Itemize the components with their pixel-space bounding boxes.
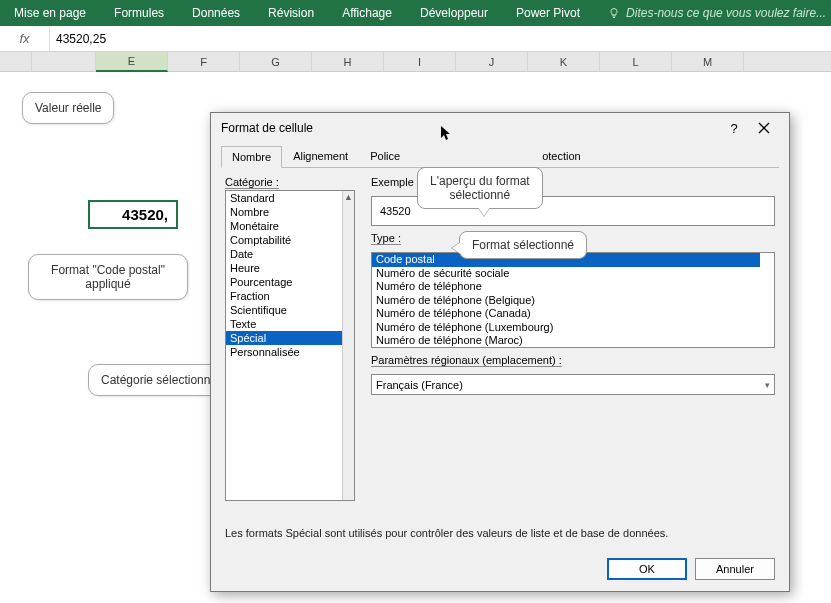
- category-special[interactable]: Spécial: [226, 331, 342, 345]
- locale-value: Français (France): [376, 379, 463, 391]
- category-standard[interactable]: Standard: [226, 191, 342, 205]
- close-button[interactable]: [749, 116, 779, 140]
- ribbon-tab-mise-en-page[interactable]: Mise en page: [14, 6, 86, 20]
- category-personnalisee[interactable]: Personnalisée: [226, 345, 342, 359]
- type-scrollbar[interactable]: ▲: [372, 348, 760, 349]
- type-tel-be[interactable]: Numéro de téléphone (Belgique): [372, 294, 760, 308]
- ribbon-tabs: Mise en page Formules Données Révision A…: [0, 0, 831, 26]
- category-texte[interactable]: Texte: [226, 317, 342, 331]
- category-heure[interactable]: Heure: [226, 261, 342, 275]
- category-scientifique[interactable]: Scientifique: [226, 303, 342, 317]
- callout-real-value: Valeur réelle: [22, 92, 114, 124]
- type-tel-ca[interactable]: Numéro de téléphone (Canada): [372, 307, 760, 321]
- format-description: Les formats Spécial sont utilisés pour c…: [225, 527, 775, 539]
- col-header-k[interactable]: K: [528, 52, 600, 71]
- type-tel[interactable]: Numéro de téléphone: [372, 280, 760, 294]
- callout-preview: L'aperçu du format sélectionné: [417, 167, 543, 209]
- close-icon: [758, 122, 770, 134]
- category-comptabilite[interactable]: Comptabilité: [226, 233, 342, 247]
- locale-combo[interactable]: Français (France) ▾: [371, 374, 775, 395]
- ribbon-tab-formules[interactable]: Formules: [114, 6, 164, 20]
- ribbon-tab-powerpivot[interactable]: Power Pivot: [516, 6, 580, 20]
- help-button[interactable]: ?: [719, 116, 749, 140]
- col-header-i[interactable]: I: [384, 52, 456, 71]
- ok-button[interactable]: OK: [607, 558, 687, 580]
- dialog-title-bar[interactable]: Format de cellule ?: [211, 113, 789, 143]
- dialog-title: Format de cellule: [221, 121, 313, 135]
- formula-bar: fx 43520,25: [0, 26, 831, 52]
- selected-cell[interactable]: 43520,: [88, 200, 178, 229]
- col-header-f[interactable]: F: [168, 52, 240, 71]
- tab-protection[interactable]: otection: [531, 145, 592, 167]
- column-headers: E F G H I J K L M: [0, 52, 831, 72]
- scroll-up-icon[interactable]: ▲: [372, 348, 760, 349]
- col-header-e[interactable]: E: [96, 52, 168, 72]
- lightbulb-icon: [608, 7, 620, 19]
- tell-me-text: Dites-nous ce que vous voulez faire...: [626, 6, 826, 20]
- callout-format-selected: Format sélectionné: [459, 231, 587, 259]
- category-label: Catégorie :: [225, 176, 355, 188]
- tell-me[interactable]: Dites-nous ce que vous voulez faire...: [608, 6, 826, 20]
- tab-police[interactable]: Police: [359, 145, 411, 167]
- dialog-tabs: Nombre Alignement Police otection: [221, 145, 779, 168]
- type-secu[interactable]: Numéro de sécurité sociale: [372, 267, 760, 281]
- ribbon-tab-donnees[interactable]: Données: [192, 6, 240, 20]
- category-scrollbar[interactable]: ▲: [342, 191, 354, 500]
- col-header-g[interactable]: G: [240, 52, 312, 71]
- category-pourcentage[interactable]: Pourcentage: [226, 275, 342, 289]
- col-header-j[interactable]: J: [456, 52, 528, 71]
- tab-alignement[interactable]: Alignement: [282, 145, 359, 167]
- category-listbox[interactable]: Standard Nombre Monétaire Comptabilité D…: [225, 190, 355, 501]
- fx-button[interactable]: fx: [0, 26, 50, 51]
- col-header-l[interactable]: L: [600, 52, 672, 71]
- col-header-h[interactable]: H: [312, 52, 384, 71]
- ribbon-tab-revision[interactable]: Révision: [268, 6, 314, 20]
- formula-value[interactable]: 43520,25: [50, 32, 106, 46]
- locale-label: Paramètres régionaux (emplacement) :: [371, 354, 775, 366]
- tab-nombre[interactable]: Nombre: [221, 146, 282, 168]
- type-listbox[interactable]: Code postal Numéro de sécurité sociale N…: [371, 252, 775, 348]
- dialog-buttons: OK Annuler: [211, 547, 789, 591]
- callout-format-applied: Format "Code postal" appliqué: [28, 254, 188, 300]
- type-tel-lu[interactable]: Numéro de téléphone (Luxembourg): [372, 321, 760, 335]
- format-cells-dialog: Format de cellule ? Nombre Alignement Po…: [210, 112, 790, 592]
- sample-value: 43520: [380, 205, 411, 217]
- scroll-up-icon[interactable]: ▲: [343, 191, 354, 203]
- category-nombre[interactable]: Nombre: [226, 205, 342, 219]
- sheet-canvas: Valeur réelle 43520, Format "Code postal…: [0, 72, 831, 602]
- tab-hidden2[interactable]: [471, 145, 531, 167]
- ribbon-tab-affichage[interactable]: Affichage: [342, 6, 392, 20]
- row-col-corner[interactable]: [0, 52, 32, 71]
- type-tel-ma[interactable]: Numéro de téléphone (Maroc): [372, 334, 760, 348]
- category-date[interactable]: Date: [226, 247, 342, 261]
- col-header-m[interactable]: M: [672, 52, 744, 71]
- ribbon-tab-developpeur[interactable]: Développeur: [420, 6, 488, 20]
- cancel-button[interactable]: Annuler: [695, 558, 775, 580]
- category-fraction[interactable]: Fraction: [226, 289, 342, 303]
- category-monetaire[interactable]: Monétaire: [226, 219, 342, 233]
- chevron-down-icon: ▾: [765, 380, 770, 390]
- tab-hidden1[interactable]: [411, 145, 471, 167]
